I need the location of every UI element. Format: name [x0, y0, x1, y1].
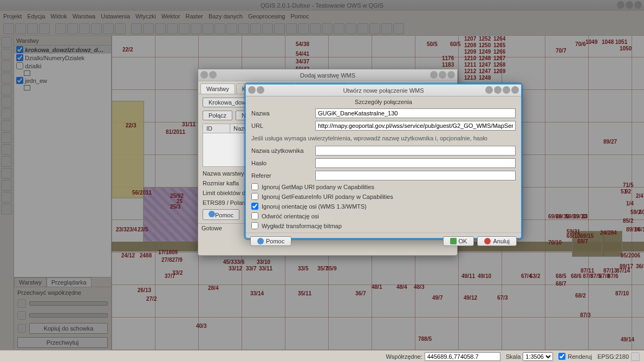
dialog-min-icon[interactable]: [430, 71, 438, 79]
dialog-close-icon[interactable]: [511, 86, 519, 94]
dialog-icon: [209, 71, 217, 79]
dialog-title: Dodaj warstwę WMS: [300, 72, 355, 79]
epsg-label[interactable]: EPSG:2180: [597, 353, 629, 360]
scale-select[interactable]: 1:3506: [523, 352, 553, 361]
scale-label: Skala: [506, 353, 521, 360]
username-label: Nazwa użytkownika: [251, 147, 311, 154]
connect-button[interactable]: Połącz: [203, 111, 232, 120]
dialog-min-icon[interactable]: [494, 86, 502, 94]
section-title: Szczegóły połączenia: [246, 96, 521, 107]
tab-warstwy[interactable]: Warstwy: [200, 83, 235, 94]
smooth-label: Wygładź transformację bitmap: [262, 223, 342, 229]
new-wms-connection-dialog: Utwórz nowe połączenie WMS Szczegóły poł…: [245, 84, 522, 238]
crs-icon[interactable]: [631, 352, 640, 361]
dialog-max-icon[interactable]: [503, 86, 510, 94]
username-input[interactable]: [315, 146, 516, 156]
referer-input[interactable]: [315, 171, 516, 180]
name-input[interactable]: [315, 108, 516, 118]
referer-label: Referer: [251, 172, 311, 179]
main-window: QGIS 2.0.1-Dufour - Testowanie OWS w QGI…: [0, 0, 644, 362]
dialog-icon: [248, 86, 256, 94]
auth-note: Jeśli usługa wymaga uwierzytelnienia, wp…: [251, 133, 516, 143]
statusbar: Współrzędne: Skala1:3506 Renderuj EPSG:2…: [0, 350, 644, 362]
help-button: Pomoc: [203, 209, 239, 220]
render-checkbox[interactable]: [558, 353, 565, 360]
ignore-getfeature-label: Ignoruj GetFeatureInfo URI podany w Capa…: [262, 193, 393, 200]
dialog-title: Utwórz nowe połączenie WMS: [343, 87, 424, 94]
help-button[interactable]: Pomoc: [250, 236, 291, 246]
cancel-icon: [484, 238, 491, 244]
coord-label: Współrzędne:: [386, 353, 422, 360]
cancel-button[interactable]: Anuluj: [477, 236, 517, 246]
invert-axis-label: Odwróć orientację osi: [262, 213, 319, 219]
ignore-getmap-label: Ignoruj GetMap URI podany w Capabilities: [262, 184, 374, 190]
help-icon: [257, 238, 264, 244]
label-layer-name: Nazwa warstwy: [203, 170, 244, 177]
dialog-help-icon[interactable]: [485, 86, 493, 94]
invert-axis-checkbox[interactable]: [251, 212, 258, 219]
smooth-checkbox[interactable]: [251, 222, 258, 229]
password-label: Hasło: [251, 160, 311, 166]
coord-value[interactable]: [425, 352, 500, 361]
ignore-getfeature-checkbox[interactable]: [251, 193, 258, 200]
ignore-axis-checkbox[interactable]: [251, 203, 258, 210]
url-input[interactable]: [315, 121, 516, 131]
dialog-icon: [257, 86, 264, 94]
dialog-max-icon[interactable]: [439, 71, 446, 79]
ignore-getmap-checkbox[interactable]: [251, 183, 258, 190]
name-label: Nazwa: [251, 110, 311, 117]
dialog-icon: [200, 71, 208, 79]
render-label: Renderuj: [568, 353, 592, 360]
label-tile: Rozmiar kafla: [203, 180, 239, 186]
col-id: ID: [203, 124, 230, 133]
ignore-axis-label: Ignoruj orientację osi (WMS 1.3/WMTS): [262, 203, 367, 210]
help-icon: [209, 211, 215, 217]
label-crs: ETRS89 / Poland: [203, 199, 249, 206]
dialog-close-icon[interactable]: [447, 71, 455, 79]
password-input[interactable]: [315, 158, 516, 168]
check-icon: [450, 238, 457, 244]
url-label: URL: [251, 122, 311, 129]
ok-button[interactable]: OK: [443, 236, 474, 246]
